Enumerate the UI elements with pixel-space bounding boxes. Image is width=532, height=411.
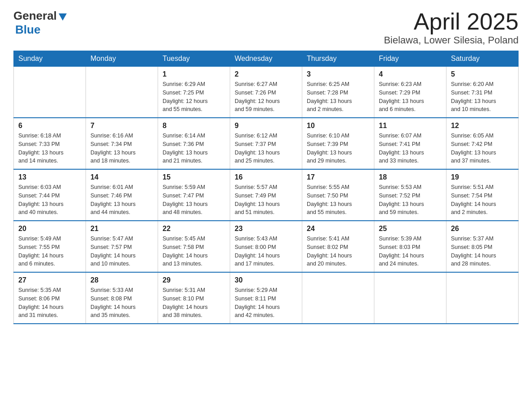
calendar-cell — [14, 67, 86, 118]
day-info: Sunrise: 6:07 AMSunset: 7:41 PMDaylight:… — [379, 132, 442, 165]
calendar-cell: 3Sunrise: 6:25 AMSunset: 7:28 PMDaylight… — [302, 67, 374, 118]
calendar-cell: 7Sunrise: 6:16 AMSunset: 7:34 PMDaylight… — [86, 118, 158, 169]
calendar-cell: 21Sunrise: 5:47 AMSunset: 7:57 PMDayligh… — [86, 221, 158, 272]
day-number: 28 — [90, 276, 153, 284]
day-info: Sunrise: 6:16 AMSunset: 7:34 PMDaylight:… — [90, 132, 153, 165]
calendar-cell: 5Sunrise: 6:20 AMSunset: 7:31 PMDaylight… — [446, 67, 519, 118]
day-info: Sunrise: 5:33 AMSunset: 8:08 PMDaylight:… — [90, 286, 153, 320]
calendar-cell: 12Sunrise: 6:05 AMSunset: 7:42 PMDayligh… — [446, 118, 519, 169]
day-info: Sunrise: 6:10 AMSunset: 7:39 PMDaylight:… — [307, 132, 369, 165]
calendar-cell: 15Sunrise: 5:59 AMSunset: 7:47 PMDayligh… — [158, 169, 230, 221]
day-number: 17 — [307, 173, 369, 181]
day-info: Sunrise: 6:18 AMSunset: 7:33 PMDaylight:… — [18, 132, 81, 165]
svg-marker-0 — [59, 13, 67, 21]
day-number: 5 — [451, 70, 514, 78]
day-number: 1 — [163, 70, 225, 78]
calendar-cell: 22Sunrise: 5:45 AMSunset: 7:58 PMDayligh… — [158, 221, 230, 272]
day-info: Sunrise: 6:25 AMSunset: 7:28 PMDaylight:… — [307, 80, 369, 114]
page-title: April 2025 — [384, 9, 519, 34]
calendar-cell — [86, 67, 158, 118]
calendar-cell: 11Sunrise: 6:07 AMSunset: 7:41 PMDayligh… — [374, 118, 446, 169]
day-number: 15 — [163, 173, 225, 181]
calendar-day-header: Thursday — [302, 51, 374, 67]
calendar-day-header: Tuesday — [158, 51, 230, 67]
calendar-cell: 1Sunrise: 6:29 AMSunset: 7:25 PMDaylight… — [158, 67, 230, 118]
day-number: 20 — [18, 225, 81, 233]
calendar-day-header: Monday — [86, 51, 158, 67]
day-number: 10 — [307, 122, 369, 130]
day-number: 3 — [307, 70, 369, 78]
calendar-cell: 20Sunrise: 5:49 AMSunset: 7:55 PMDayligh… — [14, 221, 86, 272]
day-info: Sunrise: 5:37 AMSunset: 8:05 PMDaylight:… — [451, 235, 514, 268]
day-number: 21 — [90, 225, 153, 233]
day-info: Sunrise: 5:45 AMSunset: 7:58 PMDaylight:… — [163, 235, 225, 268]
day-number: 16 — [235, 173, 297, 181]
calendar-cell: 24Sunrise: 5:41 AMSunset: 8:02 PMDayligh… — [302, 221, 374, 272]
calendar-header-row: SundayMondayTuesdayWednesdayThursdayFrid… — [14, 51, 519, 67]
calendar-week-row: 27Sunrise: 5:35 AMSunset: 8:06 PMDayligh… — [14, 272, 519, 324]
day-info: Sunrise: 5:43 AMSunset: 8:00 PMDaylight:… — [235, 235, 297, 268]
calendar-cell: 8Sunrise: 6:14 AMSunset: 7:36 PMDaylight… — [158, 118, 230, 169]
day-number: 6 — [18, 122, 81, 130]
calendar-day-header: Friday — [374, 51, 446, 67]
day-info: Sunrise: 5:39 AMSunset: 8:03 PMDaylight:… — [379, 235, 442, 268]
calendar-day-header: Sunday — [14, 51, 86, 67]
day-info: Sunrise: 5:57 AMSunset: 7:49 PMDaylight:… — [235, 183, 297, 217]
calendar-cell: 26Sunrise: 5:37 AMSunset: 8:05 PMDayligh… — [446, 221, 519, 272]
calendar-cell: 14Sunrise: 6:01 AMSunset: 7:46 PMDayligh… — [86, 169, 158, 221]
day-info: Sunrise: 6:12 AMSunset: 7:37 PMDaylight:… — [235, 132, 297, 165]
day-number: 4 — [379, 70, 442, 78]
day-info: Sunrise: 6:03 AMSunset: 7:44 PMDaylight:… — [18, 183, 81, 217]
day-info: Sunrise: 5:31 AMSunset: 8:10 PMDaylight:… — [163, 286, 225, 320]
calendar-cell: 16Sunrise: 5:57 AMSunset: 7:49 PMDayligh… — [230, 169, 302, 221]
calendar-cell: 18Sunrise: 5:53 AMSunset: 7:52 PMDayligh… — [374, 169, 446, 221]
logo-general-text: General — [13, 9, 57, 23]
day-info: Sunrise: 6:23 AMSunset: 7:29 PMDaylight:… — [379, 80, 442, 114]
calendar-cell: 17Sunrise: 5:55 AMSunset: 7:50 PMDayligh… — [302, 169, 374, 221]
calendar-week-row: 13Sunrise: 6:03 AMSunset: 7:44 PMDayligh… — [14, 169, 519, 221]
title-section: April 2025 Bielawa, Lower Silesia, Polan… — [384, 9, 519, 46]
day-info: Sunrise: 6:14 AMSunset: 7:36 PMDaylight:… — [163, 132, 225, 165]
calendar-cell: 29Sunrise: 5:31 AMSunset: 8:10 PMDayligh… — [158, 272, 230, 324]
logo-triangle-icon — [58, 12, 68, 21]
calendar-cell — [446, 272, 519, 324]
day-info: Sunrise: 5:53 AMSunset: 7:52 PMDaylight:… — [379, 183, 442, 217]
day-number: 18 — [379, 173, 442, 181]
day-info: Sunrise: 6:05 AMSunset: 7:42 PMDaylight:… — [451, 132, 514, 165]
day-number: 14 — [90, 173, 153, 181]
day-info: Sunrise: 5:59 AMSunset: 7:47 PMDaylight:… — [163, 183, 225, 217]
day-info: Sunrise: 5:51 AMSunset: 7:54 PMDaylight:… — [451, 183, 514, 217]
day-info: Sunrise: 5:29 AMSunset: 8:11 PMDaylight:… — [235, 286, 297, 320]
day-number: 7 — [90, 122, 153, 130]
calendar-cell: 6Sunrise: 6:18 AMSunset: 7:33 PMDaylight… — [14, 118, 86, 169]
day-info: Sunrise: 5:47 AMSunset: 7:57 PMDaylight:… — [90, 235, 153, 268]
day-number: 9 — [235, 122, 297, 130]
calendar-cell: 9Sunrise: 6:12 AMSunset: 7:37 PMDaylight… — [230, 118, 302, 169]
day-info: Sunrise: 5:35 AMSunset: 8:06 PMDaylight:… — [18, 286, 81, 320]
day-number: 19 — [451, 173, 514, 181]
day-info: Sunrise: 6:20 AMSunset: 7:31 PMDaylight:… — [451, 80, 514, 114]
day-number: 25 — [379, 225, 442, 233]
calendar-cell — [374, 272, 446, 324]
page-header: General Blue April 2025 Bielawa, Lower S… — [13, 9, 519, 46]
calendar-cell: 28Sunrise: 5:33 AMSunset: 8:08 PMDayligh… — [86, 272, 158, 324]
day-number: 30 — [235, 276, 297, 284]
calendar-cell: 13Sunrise: 6:03 AMSunset: 7:44 PMDayligh… — [14, 169, 86, 221]
calendar-week-row: 6Sunrise: 6:18 AMSunset: 7:33 PMDaylight… — [14, 118, 519, 169]
calendar-day-header: Wednesday — [230, 51, 302, 67]
day-number: 23 — [235, 225, 297, 233]
calendar-cell: 27Sunrise: 5:35 AMSunset: 8:06 PMDayligh… — [14, 272, 86, 324]
calendar-cell: 4Sunrise: 6:23 AMSunset: 7:29 PMDaylight… — [374, 67, 446, 118]
logo-blue-text: Blue — [15, 23, 40, 36]
day-number: 24 — [307, 225, 369, 233]
calendar-cell: 25Sunrise: 5:39 AMSunset: 8:03 PMDayligh… — [374, 221, 446, 272]
day-info: Sunrise: 5:41 AMSunset: 8:02 PMDaylight:… — [307, 235, 369, 268]
day-number: 11 — [379, 122, 442, 130]
calendar-cell: 30Sunrise: 5:29 AMSunset: 8:11 PMDayligh… — [230, 272, 302, 324]
day-number: 22 — [163, 225, 225, 233]
day-info: Sunrise: 5:55 AMSunset: 7:50 PMDaylight:… — [307, 183, 369, 217]
calendar-day-header: Saturday — [446, 51, 519, 67]
day-info: Sunrise: 6:29 AMSunset: 7:25 PMDaylight:… — [163, 80, 225, 114]
calendar-table: SundayMondayTuesdayWednesdayThursdayFrid… — [13, 51, 519, 324]
day-info: Sunrise: 6:27 AMSunset: 7:26 PMDaylight:… — [235, 80, 297, 114]
